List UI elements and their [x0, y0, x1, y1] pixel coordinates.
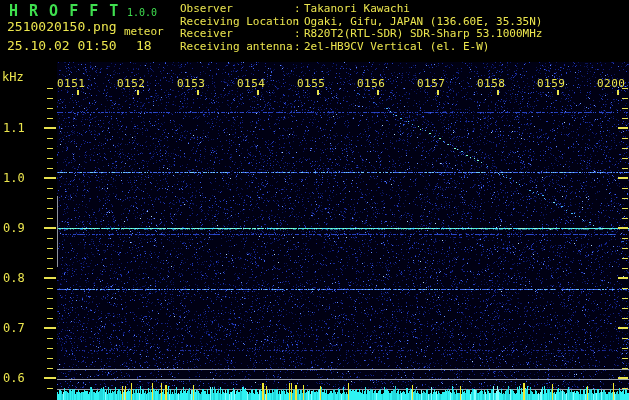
time-tick-label: 0158 [477, 77, 506, 90]
time-tick-label: 0157 [417, 77, 446, 90]
time-tick-label: 0153 [177, 77, 206, 90]
freq-tick-label: 0.6 [3, 371, 25, 385]
time-tick-label: 0156 [357, 77, 386, 90]
info-value: R820T2(RTL-SDR) SDR-Sharp 53.1000MHz [304, 28, 628, 41]
info-row-receiver: Receiver : R820T2(RTL-SDR) SDR-Sharp 53.… [180, 28, 628, 41]
time-tick-label: 0159 [537, 77, 566, 90]
info-colon: : [294, 3, 304, 16]
info-label: Observer [180, 3, 294, 16]
info-colon: : [294, 28, 304, 41]
meteor-count: 18 [136, 38, 152, 53]
freq-tick-label: 0.8 [3, 271, 25, 285]
info-colon: : [294, 41, 304, 54]
freq-tick-label: 1.0 [3, 171, 25, 185]
output-filename: 2510020150.png [7, 19, 117, 34]
info-label: Receiving antenna [180, 41, 294, 54]
info-label: Receiver [180, 28, 294, 41]
khz-unit-label: kHz [2, 70, 24, 84]
time-tick-label: 0155 [297, 77, 326, 90]
freq-tick-label: 1.1 [3, 121, 25, 135]
time-tick-label: 0200 [597, 77, 626, 90]
mode-label: meteor [124, 25, 164, 38]
time-tick-label: 0151 [57, 77, 86, 90]
app-title: H R O F F T [9, 2, 119, 20]
freq-tick-label: 0.7 [3, 321, 25, 335]
station-info: Observer : Takanori Kawachi Receiving Lo… [180, 3, 628, 53]
info-value: 2el-HB9CV Vertical (el. E-W) [304, 41, 628, 54]
time-tick-label: 0152 [117, 77, 146, 90]
time-tick-label: 0154 [237, 77, 266, 90]
info-row-antenna: Receiving antenna : 2el-HB9CV Vertical (… [180, 41, 628, 54]
info-value: Takanori Kawachi [304, 3, 628, 16]
freq-tick-label: 0.9 [3, 221, 25, 235]
spectrogram-canvas [0, 0, 629, 400]
app-version: 1.0.0 [127, 7, 157, 18]
datetime-label: 25.10.02 01:50 [7, 38, 117, 53]
info-row-observer: Observer : Takanori Kawachi [180, 3, 628, 16]
hrofft-screen: H R O F F T 1.0.0 2510020150.png meteor … [0, 0, 629, 400]
